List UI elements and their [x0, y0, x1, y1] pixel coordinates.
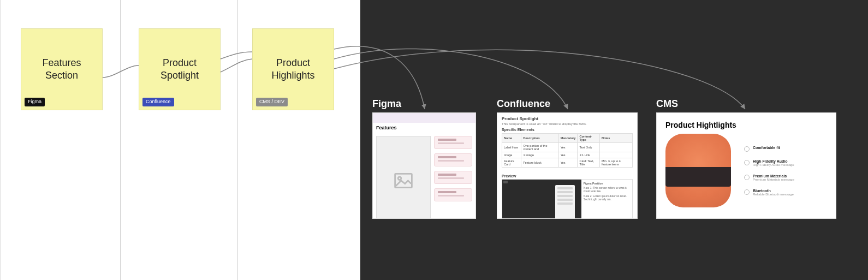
- conf-td: 1:1 Link: [578, 152, 600, 158]
- sticky-label: Product Spotlight: [160, 57, 199, 82]
- feature-icon: [744, 146, 750, 152]
- table-row: Image1 imageYes1:1 Link: [502, 152, 633, 158]
- conf-sidenote-title: Figma Position: [584, 182, 630, 185]
- conf-doc-subtitle: This component is used on "XX" brand to …: [502, 122, 633, 126]
- conf-td: One portion of the content and: [521, 143, 558, 152]
- conf-td: [599, 152, 632, 158]
- conf-td: Min. 3, up to 4 feature items: [599, 158, 632, 168]
- sticky-features-section[interactable]: Features Section Figma: [21, 28, 103, 110]
- conf-table: NameDescriptionMandatoryContent-TypeNote…: [502, 133, 633, 168]
- feature-item: [434, 136, 472, 149]
- cms-feature-item: BluetoothReliable Bluetooth message: [744, 189, 827, 196]
- panel-title-cms: CMS: [656, 98, 678, 110]
- conf-td: Feature block: [521, 158, 558, 168]
- conf-sidenote-body2: Note 2: Lorem ipsum dolor sit amet. Sed …: [584, 194, 630, 201]
- conf-td: Feature Card: [502, 158, 521, 168]
- cms-heading: Product Hightlights: [665, 121, 827, 129]
- sticky-product-spotlight[interactable]: Product Spotlight Confluence: [139, 28, 221, 110]
- col-divider: [120, 0, 121, 280]
- product-image: [665, 134, 731, 207]
- cms-feature-title: Premium Materials: [753, 174, 794, 178]
- table-row: Label HowOne portion of the content andY…: [502, 143, 633, 152]
- cms-thumbnail[interactable]: Product Hightlights Comfortable fitHigh …: [656, 112, 836, 219]
- sticky-tag-confluence: Confluence: [142, 98, 174, 106]
- conf-section-title: Specific Elements: [502, 128, 633, 132]
- cms-feature-sub: Reliable Bluetooth message: [753, 193, 794, 196]
- conf-th: Name: [502, 134, 521, 143]
- sticky-tag-figma: Figma: [25, 98, 45, 106]
- sticky-product-highlights[interactable]: Product Highlights CMS / DEV: [252, 28, 334, 110]
- conf-td: Image: [502, 152, 521, 158]
- conf-td: Yes: [558, 152, 578, 158]
- conf-sidenote-body: Note 1: This screen refers to what it co…: [584, 186, 630, 193]
- confluence-thumbnail[interactable]: Product Spotlight This component is used…: [497, 112, 638, 219]
- cms-feature-title: Bluetooth: [753, 189, 794, 193]
- conf-td: Text Only: [578, 143, 600, 152]
- svg-rect-0: [395, 174, 412, 187]
- conf-td: Yes: [558, 158, 578, 168]
- cms-feature-item: Comfortable fit: [744, 146, 827, 152]
- conf-th: Notes: [599, 134, 632, 143]
- table-row: Feature CardFeature blockYesCard: Text, …: [502, 158, 633, 168]
- cms-feature-title: Comfortable fit: [753, 146, 780, 150]
- conf-float-panel: [555, 185, 575, 219]
- conf-td: Label How: [502, 143, 521, 152]
- conf-td: Card: Text, Title: [578, 158, 600, 168]
- sticky-label: Product Highlights: [271, 57, 314, 82]
- feature-icon: [744, 160, 750, 165]
- cms-feature-sub: Premium Materials message: [753, 178, 794, 181]
- conf-td: Yes: [558, 143, 578, 152]
- panel-title-confluence: Confluence: [497, 98, 550, 110]
- conf-doc-title: Product Spotlight: [502, 116, 633, 121]
- feature-icon: [744, 189, 750, 195]
- feature-item: [434, 188, 472, 201]
- feature-item: [434, 171, 472, 184]
- cms-feature-title: High Fidelity Audio: [753, 159, 794, 163]
- feature-icon: [744, 175, 750, 180]
- cms-feature-sub: High Fidelity Audio message: [753, 163, 794, 166]
- cms-feature-item: High Fidelity AudioHigh Fidelity Audio m…: [744, 159, 827, 166]
- col-divider: [1, 0, 1, 280]
- sticky-label: Features Section: [42, 57, 81, 82]
- conf-td: 1 image: [521, 152, 558, 158]
- image-icon: [394, 173, 413, 188]
- sticky-tag-cms: CMS / DEV: [256, 98, 288, 106]
- cms-feature-item: Premium MaterialsPremium Materials messa…: [744, 174, 827, 181]
- col-divider: [237, 0, 238, 280]
- feature-item: [434, 153, 472, 166]
- conf-th: Description: [521, 134, 558, 143]
- figma-thumbnail[interactable]: Features: [372, 112, 476, 219]
- conf-preview-label: Preview: [497, 171, 637, 179]
- conf-preview-area: Figma Position Note 1: This screen refer…: [502, 179, 633, 219]
- image-placeholder: [376, 136, 431, 219]
- svg-point-1: [398, 177, 401, 180]
- figma-thumb-heading: Features: [373, 123, 475, 133]
- conf-th: Content-Type: [578, 134, 600, 143]
- panel-title-figma: Figma: [372, 98, 401, 110]
- conf-td: [599, 143, 632, 152]
- figma-thumb-topbar: [373, 113, 475, 123]
- conf-th: Mandatory: [558, 134, 578, 143]
